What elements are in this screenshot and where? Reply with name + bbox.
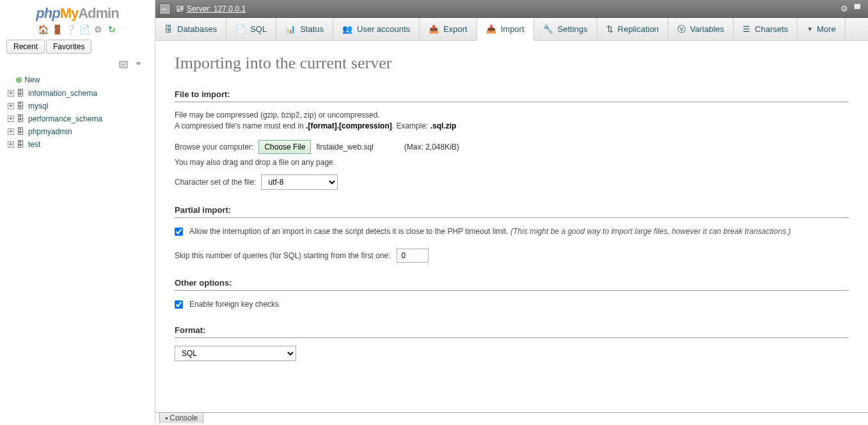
sql-icon: 📄 bbox=[235, 24, 246, 34]
db-item-performance-schema[interactable]: + 🗄 performance_schema bbox=[5, 112, 150, 125]
server-label[interactable]: Server: 127.0.0.1 bbox=[187, 4, 246, 13]
logo[interactable]: phpMyAdmin bbox=[0, 0, 155, 23]
expand-icon[interactable]: + bbox=[8, 116, 14, 122]
more-arrow-icon: ▼ bbox=[807, 26, 813, 33]
skip-queries-label: Skip this number of queries (for SQL) st… bbox=[175, 251, 390, 260]
db-label: mysql bbox=[28, 102, 48, 111]
choose-file-button[interactable]: Choose File bbox=[258, 140, 311, 154]
help-line2b: .[format].[compression] bbox=[306, 121, 392, 130]
allow-interrupt-label: Allow the interruption of an import in c… bbox=[189, 226, 791, 237]
collapse-all-icon[interactable]: - bbox=[119, 59, 128, 66]
db-item-mysql[interactable]: + 🗄 mysql bbox=[5, 100, 150, 112]
tab-label: Charsets bbox=[755, 24, 788, 34]
db-label: performance_schema bbox=[28, 114, 102, 123]
tab-charsets[interactable]: ☰Charsets bbox=[734, 18, 798, 40]
new-icon: ⊕ bbox=[15, 75, 22, 84]
variables-icon: ⓥ bbox=[677, 24, 686, 35]
section-format: Format: bbox=[175, 325, 849, 338]
tab-variables[interactable]: ⓥVariables bbox=[668, 18, 734, 40]
logo-admin: Admin bbox=[78, 5, 118, 21]
docs-icon[interactable]: ❔ bbox=[65, 24, 75, 35]
tab-label: User accounts bbox=[357, 24, 410, 34]
replication-icon: ⇅ bbox=[606, 24, 613, 34]
db-label: phpmyadmin bbox=[28, 127, 72, 136]
section-other-options: Other options: bbox=[175, 278, 849, 291]
tab-databases[interactable]: 🗄Databases bbox=[155, 18, 226, 40]
partial-opt-text: Allow the interruption of an import in c… bbox=[189, 227, 510, 236]
db-item-test[interactable]: + 🗄 test bbox=[5, 138, 150, 151]
skip-queries-input[interactable] bbox=[397, 249, 429, 263]
file-help-text: File may be compressed (gzip, bzip2, zip… bbox=[175, 110, 849, 132]
foreign-key-checkbox[interactable] bbox=[175, 300, 183, 309]
expand-icon[interactable]: + bbox=[8, 103, 14, 109]
new-label: New bbox=[24, 75, 40, 84]
new-database-link[interactable]: ⊕ New bbox=[5, 73, 150, 87]
reload-icon[interactable]: ↻ bbox=[107, 24, 117, 35]
link-icon[interactable]: ⚭ bbox=[133, 59, 142, 66]
databases-icon: 🗄 bbox=[164, 24, 173, 34]
expand-icon[interactable]: + bbox=[8, 141, 14, 148]
partial-note-text: (This might be a good way to import larg… bbox=[510, 227, 791, 236]
max-size-label: (Max: 2,048KiB) bbox=[404, 143, 459, 151]
console-toggle[interactable]: ▪ Console bbox=[159, 412, 203, 423]
tree-controls: - ⚭ bbox=[0, 58, 155, 71]
logout-icon[interactable]: 🚪 bbox=[52, 24, 62, 35]
server-icon: 🖳 bbox=[176, 4, 184, 13]
tab-status[interactable]: 📊Status bbox=[276, 18, 333, 40]
database-icon: 🗄 bbox=[17, 127, 26, 136]
recent-favorites-tabs: Recent Favorites bbox=[0, 38, 155, 58]
expand-icon[interactable]: + bbox=[8, 128, 14, 135]
help-line2a: A compressed file's name must end in bbox=[175, 121, 306, 130]
tab-label: Settings bbox=[558, 24, 588, 34]
logo-php: php bbox=[36, 5, 59, 21]
tab-label: More bbox=[817, 24, 836, 34]
help-line1: File may be compressed (gzip, bzip2, zip… bbox=[175, 111, 380, 120]
home-icon[interactable]: 🏠 bbox=[38, 24, 48, 35]
tab-export[interactable]: 📤Export bbox=[420, 18, 477, 40]
settings-icon: 🔧 bbox=[543, 24, 553, 34]
db-item-information-schema[interactable]: + 🗄 information_schema bbox=[5, 87, 150, 100]
content: Importing into the current server File t… bbox=[155, 41, 868, 425]
database-icon: 🗄 bbox=[17, 102, 26, 111]
drag-drop-note: You may also drag and drop a file on any… bbox=[175, 158, 849, 167]
tab-label: Status bbox=[300, 24, 324, 34]
logo-my: My bbox=[60, 5, 79, 21]
tab-label: SQL bbox=[250, 24, 267, 34]
users-icon: 👥 bbox=[342, 24, 352, 34]
svg-text:-: - bbox=[123, 61, 125, 68]
tab-sql[interactable]: 📄SQL bbox=[226, 18, 276, 40]
chosen-file-name: firstaide_web.sql bbox=[316, 143, 373, 151]
collapse-top-icon[interactable]: ▀ bbox=[855, 4, 860, 13]
back-button[interactable]: ← bbox=[159, 3, 171, 15]
database-icon: 🗄 bbox=[17, 114, 26, 123]
charset-select[interactable]: utf-8 bbox=[261, 174, 338, 190]
foreign-key-label: Enable foreign key checks bbox=[189, 298, 279, 310]
tab-settings[interactable]: 🔧Settings bbox=[534, 18, 597, 40]
help-line2d: .sql.zip bbox=[430, 121, 457, 130]
main-tabs: 🗄Databases 📄SQL 📊Status 👥User accounts 📤… bbox=[155, 18, 868, 41]
db-label: information_schema bbox=[28, 89, 97, 98]
db-label: test bbox=[28, 140, 40, 149]
format-select[interactable]: SQL bbox=[175, 346, 296, 361]
browse-label: Browse your computer: bbox=[175, 143, 253, 151]
page-settings-icon[interactable]: ⚙ bbox=[840, 4, 848, 13]
recent-tab[interactable]: Recent bbox=[6, 40, 45, 54]
tab-user-accounts[interactable]: 👥User accounts bbox=[333, 18, 420, 40]
db-item-phpmyadmin[interactable]: + 🗄 phpmyadmin bbox=[5, 125, 150, 138]
tab-import[interactable]: 📥Import bbox=[477, 19, 534, 41]
tab-label: Import bbox=[501, 24, 525, 34]
export-icon: 📤 bbox=[429, 24, 439, 34]
tab-replication[interactable]: ⇅Replication bbox=[597, 18, 668, 40]
sql-icon[interactable]: 📄 bbox=[79, 24, 90, 35]
database-tree: ⊕ New + 🗄 information_schema + 🗄 mysql +… bbox=[0, 71, 155, 153]
page-title: Importing into the current server bbox=[175, 54, 849, 73]
expand-icon[interactable]: + bbox=[8, 90, 14, 97]
allow-interrupt-checkbox[interactable] bbox=[175, 228, 183, 236]
charset-label: Character set of the file: bbox=[175, 178, 256, 187]
import-icon: 📥 bbox=[486, 24, 496, 34]
settings-icon[interactable]: ⚙ bbox=[93, 24, 103, 35]
favorites-tab[interactable]: Favorites bbox=[46, 40, 91, 54]
tab-label: Databases bbox=[177, 24, 217, 34]
tab-more[interactable]: ▼More bbox=[798, 18, 846, 40]
section-file-to-import: File to import: bbox=[175, 89, 849, 102]
